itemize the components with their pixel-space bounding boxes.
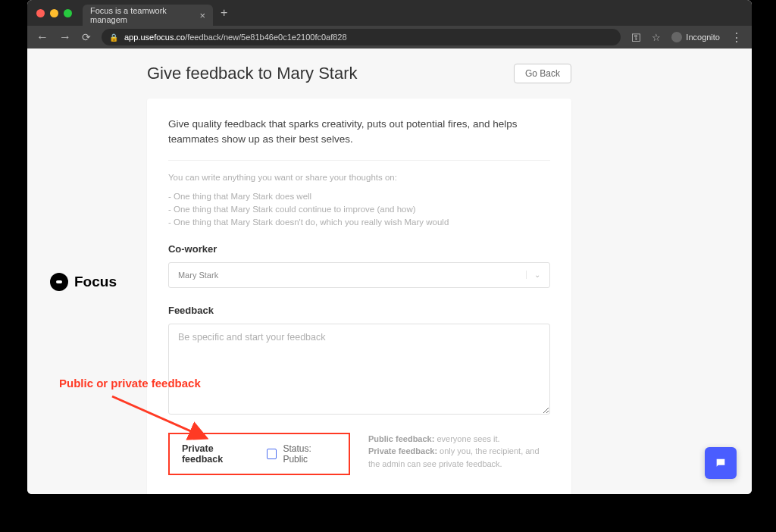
browser-tab[interactable]: Focus is a teamwork managem × (83, 5, 213, 26)
go-back-button[interactable]: Go Back (514, 64, 571, 83)
logo-mark-icon (50, 273, 68, 291)
feedback-info-text: Public feedback: everyone sees it. Priva… (368, 433, 550, 475)
browser-nav-bar: ← → ⟳ 🔒 app.usefocus.co/feedback/new/5e8… (27, 26, 752, 49)
chat-icon (714, 457, 728, 469)
url-text: app.usefocus.co/feedback/new/5e81b46e0c1… (124, 33, 347, 42)
window-minimize-button[interactable] (50, 9, 58, 17)
private-status-text: Status: Public (283, 443, 336, 465)
coworker-select[interactable]: Mary Stark ⌄ (168, 262, 550, 288)
browser-window: Focus is a teamwork managem × + ← → ⟳ 🔒 … (27, 0, 752, 494)
window-close-button[interactable] (36, 9, 45, 17)
hints-intro: You can write anything you want or share… (168, 171, 550, 184)
private-checkbox[interactable] (267, 449, 277, 459)
tab-close-button[interactable]: × (199, 10, 205, 21)
private-feedback-group: Private feedback Status: Public (168, 433, 350, 475)
logo-text: Focus (74, 274, 117, 290)
annotation-label: Public or private feedback (59, 377, 201, 390)
page-content: Focus Give feedback to Mary Stark Go Bac… (27, 49, 752, 494)
lock-icon: 🔒 (109, 33, 118, 42)
private-feedback-label: Private feedback (182, 443, 255, 465)
browser-tab-bar: Focus is a teamwork managem × + (27, 0, 752, 26)
hint-item: - One thing that Mary Stark could contin… (168, 203, 550, 216)
app-logo[interactable]: Focus (50, 68, 117, 494)
hints-list: - One thing that Mary Stark does well - … (168, 190, 550, 230)
star-icon[interactable]: ☆ (652, 32, 661, 43)
incognito-icon (671, 32, 682, 42)
coworker-label: Co-worker (168, 243, 550, 255)
back-button[interactable]: ← (36, 30, 48, 44)
coworker-selected-value: Mary Stark (178, 271, 218, 280)
browser-menu-button[interactable]: ⋮ (731, 30, 743, 45)
key-icon[interactable]: ⚿ (631, 32, 641, 43)
feedback-textarea[interactable] (168, 324, 550, 415)
hint-item: - One thing that Mary Stark doesn't do, … (168, 216, 550, 229)
incognito-indicator: Incognito (671, 32, 720, 42)
window-controls (36, 9, 72, 17)
feedback-label: Feedback (168, 305, 550, 316)
hint-item: - One thing that Mary Stark does well (168, 190, 550, 203)
new-tab-button[interactable]: + (221, 6, 227, 20)
forward-button[interactable]: → (59, 30, 71, 44)
chat-widget-button[interactable] (705, 447, 737, 479)
chevron-down-icon: ⌄ (526, 271, 540, 279)
reload-button[interactable]: ⟳ (82, 31, 91, 43)
url-bar[interactable]: 🔒 app.usefocus.co/feedback/new/5e81b46e0… (102, 29, 621, 45)
page-title: Give feedback to Mary Stark (147, 64, 358, 83)
tab-title: Focus is a teamwork managem (90, 6, 195, 24)
window-maximize-button[interactable] (64, 9, 72, 17)
intro-text: Give quality feedback that sparks creati… (168, 117, 550, 161)
feedback-card: Give quality feedback that sparks creati… (147, 99, 571, 494)
